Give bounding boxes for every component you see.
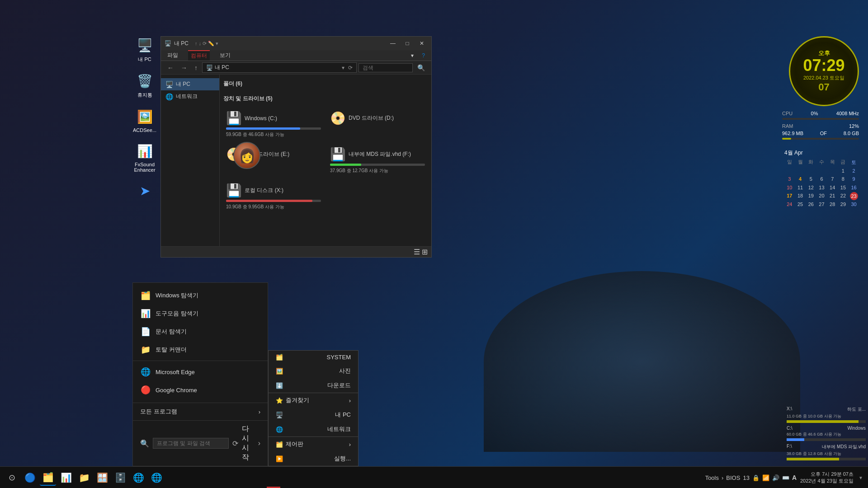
cal-header-thu: 목 [827,159,838,167]
total-commander-icon: 📁 [140,344,151,355]
forward-button[interactable]: → [178,63,190,72]
drive-d[interactable]: 📀 DVD 드라이브 (D:) [327,108,428,141]
taskbar-datetime[interactable]: 오후 7시 29분 07초 2022년 4월 23일 토요일 [800,471,854,485]
taskbar-tools-label: Tools [705,474,719,481]
desktop-icon-arrow[interactable]: ➤ [129,182,160,200]
context-item-downloads[interactable]: ⬇️ 다운로드 [269,378,358,393]
cal-day: 10 [784,184,795,192]
all-programs-button[interactable]: 모든 프로그램 › [133,403,268,420]
taskbar-icon-0[interactable]: ⊙ [4,469,20,486]
minimize-button[interactable]: — [387,39,399,48]
disk-x-info: 11.0 GB 중 10.0 GB 사용 가능 [787,413,866,419]
address-dropdown[interactable]: ▾ [342,65,344,71]
desktop-icon-acdsee[interactable]: 🖼️ ACDSee... [129,108,160,133]
search-input[interactable] [359,63,413,72]
expand-arrow[interactable]: ▾ [408,52,416,60]
taskbar-icon-A: A [792,474,797,481]
start-app-windows-explorer[interactable]: 🗂️ Windows 탐색기 [133,286,268,305]
notification-area[interactable]: ▼ [857,470,864,485]
list-view-icon[interactable]: ☰ [414,248,420,256]
taskbar-icon-6[interactable]: 🗄️ [112,469,128,486]
tab-view[interactable]: 보기 [217,51,233,60]
cal-day: 15 [838,184,849,192]
favorites-arrow: › [349,397,351,404]
taskbar-icon-2[interactable]: 🗂️ [40,469,56,486]
clock-num: 07 [818,81,829,93]
context-item-photos[interactable]: 🖼️ 사진 [269,364,358,378]
desktop-icon-mypc[interactable]: 🖥️ 내 PC [129,36,160,63]
desktop-icon-sound-enhancer[interactable]: 📊 FxSound Enhancer [129,142,160,173]
disk-x-label: X:\ [787,406,792,413]
back-button[interactable]: ← [165,63,176,72]
desktop-icon-recycle[interactable]: 🗑️ 휴지통 [129,72,160,99]
mypc-label: 내 PC [176,80,190,88]
context-item-favorites[interactable]: ⭐ 즐겨찾기 › [269,393,358,408]
drive-x[interactable]: 💾 로컬 디스크 (X:) 10.9GB 중 9.95GB 사용 가능 [223,180,324,213]
context-item-network[interactable]: 🌐 네트워크 [269,422,358,436]
tool-explorer-label: 도구모음 탐색기 [156,310,198,318]
taskbar-icon-7[interactable]: 🌐 [130,469,146,486]
taskbar-sys-icons: Tools › BIOS 13 🔒 📶 🔊 ⌨️ A [705,474,797,481]
context-item-controlpanel[interactable]: 🗂️ 제어판 › [269,437,358,451]
context-item-run[interactable]: ▶️ 실행... [269,451,358,466]
restart-arrow[interactable]: › [258,439,260,447]
start-app-doc-explorer[interactable]: 📄 문서 탐색기 [133,323,268,341]
drive-f-bar-fill [330,164,361,166]
downloads-icon: ⬇️ [276,382,283,389]
context-item-mypc[interactable]: 🖥️ 내 PC [269,408,358,422]
taskbar-arrow[interactable]: › [722,474,723,481]
drive-f[interactable]: 💾 내부에 MDS 파일.vhd (F:) 37.9GB 중 12.7GB 사용… [327,144,428,177]
fe-toolbar-icons: ↑ ↓ ⟳ ✏️ ▾ [195,41,218,47]
icon-view-icon[interactable]: ⊞ [422,248,428,256]
all-programs-arrow: › [259,408,260,415]
drive-c-icon: 💾 [226,111,242,126]
up-button[interactable]: ↑ [192,63,200,72]
taskbar-icon-network2: 📶 [762,474,769,481]
taskbar-icon-5[interactable]: 🪟 [94,469,110,486]
ram-total: 8.0 GB [844,131,859,136]
taskbar-icon-4[interactable]: 📁 [76,469,92,486]
search-button[interactable]: 🔍 [415,63,428,72]
drive-d-icon: 📀 [330,111,346,126]
taskbar-icon-8[interactable]: 🌐 [148,469,165,486]
ram-label: RAM [782,123,793,129]
start-menu: 🗂️ Windows 탐색기 📊 도구모음 탐색기 📄 문서 탐색기 📁 토탈 … [132,282,268,466]
address-bar[interactable]: 🖥️ 내 PC ▾ ⟳ [202,62,357,73]
maximize-button[interactable]: □ [401,39,413,48]
disk-c-sub: Windows [847,426,866,431]
fe-sidebar: 🖥️ 내 PC 🌐 네트워크 [161,75,220,246]
start-app-chrome[interactable]: 🔴 Google Chrome [133,381,268,399]
cal-day: 7 [827,175,838,183]
recycle-label: 휴지통 [137,92,152,99]
run-label: 실행... [334,455,351,463]
help-button[interactable]: ? [419,52,428,60]
cal-day: 20 [816,192,827,200]
context-item-system[interactable]: 🗂️ SYSTEM [269,351,358,364]
taskbar-icon-1[interactable]: 🔵 [22,469,38,486]
drive-c[interactable]: 💾 Windows (C:) 59.9GB 중 46.6GB 사용 가능 [223,108,324,141]
cal-day: 3 [784,175,795,183]
cal-day: 25 [795,201,806,209]
system-label: SYSTEM [327,354,351,361]
address-refresh[interactable]: ⟳ [348,65,353,71]
start-app-tool-explorer[interactable]: 📊 도구모음 탐색기 [133,305,268,323]
disk-x-bar-fill [787,420,859,423]
start-app-edge[interactable]: 🌐 Microsoft Edge [133,363,268,381]
sidebar-item-network[interactable]: 🌐 네트워크 [161,90,219,103]
wallpaper-decoration [484,271,800,452]
start-search-input[interactable] [153,438,229,449]
tab-file[interactable]: 파일 [165,51,181,60]
cal-day: 14 [827,184,838,192]
cal-day: 12 [806,184,816,192]
start-app-total-commander[interactable]: 📁 토탈 커맨더 [133,341,268,359]
acdsee-label: ACDSee... [133,127,156,133]
drive-x-info: 10.9GB 중 9.95GB 사용 가능 [226,204,321,210]
taskbar-icon-3[interactable]: 📊 [58,469,74,486]
sidebar-item-mypc[interactable]: 🖥️ 내 PC [161,78,219,90]
restart-icon[interactable]: ⟳ [232,439,238,448]
tab-computer[interactable]: 컴퓨터 [188,50,210,61]
windows-explorer-label: Windows 탐색기 [156,291,198,300]
folder-icon: 🖥️ [206,65,213,71]
desktop-icons-left: 🖥️ 내 PC 🗑️ 휴지통 🖼️ ACDSee... 📊 FxSound En… [129,36,160,200]
close-button[interactable]: ✕ [416,39,428,48]
